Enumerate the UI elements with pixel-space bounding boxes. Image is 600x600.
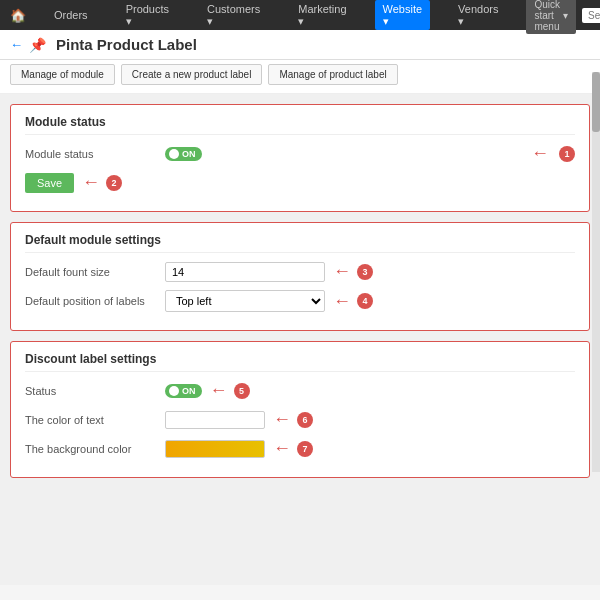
nav-website[interactable]: Website ▾ — [375, 0, 431, 30]
arrow-indicator-2: ← — [82, 172, 100, 193]
position-select[interactable]: Top left Top right Bottom left Bottom ri… — [165, 290, 325, 312]
color-bg-label: The background color — [25, 443, 165, 455]
discount-status-label: Status — [25, 385, 165, 397]
arrow-indicator-1: ← — [531, 143, 549, 164]
pinta-icon: 📌 — [29, 37, 46, 53]
badge-7: 7 — [297, 441, 313, 457]
create-product-label-button[interactable]: Create a new product label — [121, 64, 263, 85]
search-input[interactable] — [582, 8, 600, 23]
badge-2: 2 — [106, 175, 122, 191]
toggle-on-label: ON — [182, 149, 196, 159]
module-status-label: Module status — [25, 148, 165, 160]
nav-vendors[interactable]: Vendors ▾ — [448, 0, 508, 30]
scrollbar-thumb[interactable] — [592, 72, 600, 132]
save-button-row: Save ← 2 — [25, 172, 575, 193]
module-status-title: Module status — [25, 115, 575, 135]
manage-module-button[interactable]: Manage of module — [10, 64, 115, 85]
quick-start-menu[interactable]: Quick start menu ▾ — [526, 0, 576, 34]
color-bg-row: The background color ← 7 — [25, 438, 575, 459]
arrow-indicator-4: ← — [333, 291, 351, 312]
arrow-indicator-7: ← — [273, 438, 291, 459]
discount-status-row: Status ON ← 5 — [25, 380, 575, 401]
discount-label-title: Discount label settings — [25, 352, 575, 372]
discount-toggle-circle — [169, 386, 179, 396]
position-row: Default position of labels Top left Top … — [25, 290, 575, 312]
badge-4: 4 — [357, 293, 373, 309]
badge-1: 1 — [559, 146, 575, 162]
scrollbar[interactable] — [592, 72, 600, 472]
nav-orders[interactable]: Orders — [44, 0, 98, 30]
sub-navigation: ← 📌 Pinta Product Label — [0, 30, 600, 60]
font-size-row: Default fount size ← 3 — [25, 261, 575, 282]
discount-toggle-label: ON — [182, 386, 196, 396]
badge-5: 5 — [234, 383, 250, 399]
arrow-indicator-5: ← — [210, 380, 228, 401]
main-content: Module status Module status ON ← 1 Save … — [0, 94, 600, 585]
badge-6: 6 — [297, 412, 313, 428]
font-size-label: Default fount size — [25, 266, 165, 278]
top-navigation: 🏠 Orders Products ▾ Customers ▾ Marketin… — [0, 0, 600, 30]
color-text-label: The color of text — [25, 414, 165, 426]
badge-3: 3 — [357, 264, 373, 280]
discount-status-toggle[interactable]: ON — [165, 384, 202, 398]
action-buttons-bar: Manage of module Create a new product la… — [0, 60, 600, 94]
color-bg-swatch[interactable] — [165, 440, 265, 458]
arrow-indicator-3: ← — [333, 261, 351, 282]
nav-marketing[interactable]: Marketing ▾ — [288, 0, 356, 30]
default-settings-title: Default module settings — [25, 233, 575, 253]
manage-product-label-button[interactable]: Manage of product label — [268, 64, 397, 85]
page-wrapper: 🏠 Orders Products ▾ Customers ▾ Marketin… — [0, 0, 600, 585]
nav-products[interactable]: Products ▾ — [116, 0, 179, 30]
nav-customers[interactable]: Customers ▾ — [197, 0, 270, 30]
module-status-toggle[interactable]: ON — [165, 147, 202, 161]
arrow-indicator-6: ← — [273, 409, 291, 430]
color-text-swatch[interactable] — [165, 411, 265, 429]
default-settings-section: Default module settings Default fount si… — [10, 222, 590, 331]
toggle-circle — [169, 149, 179, 159]
module-status-row: Module status ON ← 1 — [25, 143, 575, 164]
save-button[interactable]: Save — [25, 173, 74, 193]
color-text-row: The color of text ← 6 — [25, 409, 575, 430]
back-button[interactable]: ← — [10, 37, 23, 52]
nav-right-area: Quick start menu ▾ 🔍 — [526, 0, 600, 34]
home-icon[interactable]: 🏠 — [10, 8, 26, 23]
module-status-section: Module status Module status ON ← 1 Save … — [10, 104, 590, 212]
font-size-input[interactable] — [165, 262, 325, 282]
position-label: Default position of labels — [25, 295, 165, 307]
discount-label-section: Discount label settings Status ON ← 5 Th… — [10, 341, 590, 478]
page-title: Pinta Product Label — [56, 36, 197, 53]
